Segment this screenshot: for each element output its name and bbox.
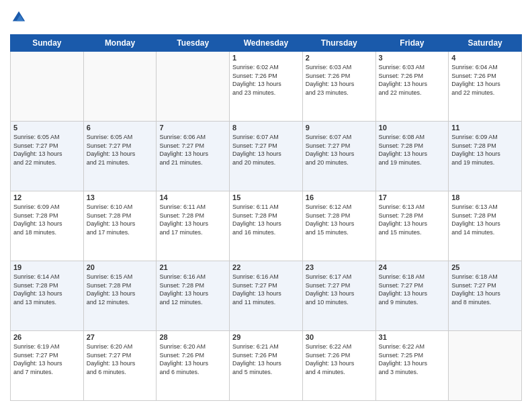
day-header-sunday: Sunday (11, 35, 84, 52)
day-info: Sunrise: 6:04 AM Sunset: 7:26 PM Dayligh… (451, 63, 519, 97)
day-number: 4 (451, 54, 519, 62)
calendar-day-cell: 27Sunrise: 6:20 AM Sunset: 7:27 PM Dayli… (83, 331, 157, 401)
day-header-wednesday: Wednesday (230, 35, 303, 52)
day-info: Sunrise: 6:22 AM Sunset: 7:26 PM Dayligh… (306, 342, 373, 376)
day-info: Sunrise: 6:05 AM Sunset: 7:27 PM Dayligh… (13, 133, 81, 167)
day-info: Sunrise: 6:09 AM Sunset: 7:28 PM Dayligh… (451, 133, 519, 167)
page-header (10, 10, 522, 28)
day-number: 21 (159, 263, 226, 271)
day-number: 22 (232, 263, 300, 271)
day-info: Sunrise: 6:10 AM Sunset: 7:28 PM Dayligh… (87, 203, 154, 236)
day-info: Sunrise: 6:05 AM Sunset: 7:27 PM Dayligh… (87, 133, 154, 167)
calendar-day-cell: 25Sunrise: 6:18 AM Sunset: 7:27 PM Dayli… (449, 261, 522, 331)
day-info: Sunrise: 6:19 AM Sunset: 7:27 PM Dayligh… (13, 342, 81, 376)
day-info: Sunrise: 6:18 AM Sunset: 7:27 PM Dayligh… (451, 273, 519, 306)
day-header-monday: Monday (83, 35, 157, 52)
calendar-week-row: 5Sunrise: 6:05 AM Sunset: 7:27 PM Daylig… (11, 122, 522, 191)
calendar-day-cell: 3Sunrise: 6:03 AM Sunset: 7:26 PM Daylig… (375, 52, 449, 122)
day-info: Sunrise: 6:14 AM Sunset: 7:28 PM Dayligh… (13, 273, 81, 306)
day-info: Sunrise: 6:08 AM Sunset: 7:28 PM Dayligh… (379, 133, 446, 167)
day-info: Sunrise: 6:13 AM Sunset: 7:28 PM Dayligh… (379, 203, 446, 236)
calendar-day-cell: 4Sunrise: 6:04 AM Sunset: 7:26 PM Daylig… (449, 52, 522, 122)
calendar-day-cell: 15Sunrise: 6:11 AM Sunset: 7:28 PM Dayli… (230, 191, 303, 261)
calendar-week-row: 19Sunrise: 6:14 AM Sunset: 7:28 PM Dayli… (11, 261, 522, 331)
day-number: 16 (306, 193, 373, 201)
calendar-day-cell: 29Sunrise: 6:21 AM Sunset: 7:26 PM Dayli… (230, 331, 303, 401)
day-info: Sunrise: 6:18 AM Sunset: 7:27 PM Dayligh… (379, 273, 446, 306)
calendar-day-cell: 11Sunrise: 6:09 AM Sunset: 7:28 PM Dayli… (449, 122, 522, 191)
day-info: Sunrise: 6:15 AM Sunset: 7:28 PM Dayligh… (87, 273, 154, 306)
calendar-day-cell (449, 331, 522, 401)
day-number: 3 (379, 54, 446, 62)
day-info: Sunrise: 6:03 AM Sunset: 7:26 PM Dayligh… (379, 63, 446, 97)
calendar-day-cell: 13Sunrise: 6:10 AM Sunset: 7:28 PM Dayli… (83, 191, 157, 261)
day-info: Sunrise: 6:03 AM Sunset: 7:26 PM Dayligh… (306, 63, 373, 97)
calendar-day-cell: 16Sunrise: 6:12 AM Sunset: 7:28 PM Dayli… (302, 191, 375, 261)
day-number: 31 (379, 333, 446, 341)
day-number: 24 (379, 263, 446, 271)
day-info: Sunrise: 6:11 AM Sunset: 7:28 PM Dayligh… (232, 203, 300, 236)
day-header-thursday: Thursday (302, 35, 375, 52)
day-info: Sunrise: 6:13 AM Sunset: 7:28 PM Dayligh… (451, 203, 519, 236)
day-number: 12 (13, 193, 81, 201)
calendar-day-cell: 23Sunrise: 6:17 AM Sunset: 7:27 PM Dayli… (302, 261, 375, 331)
day-info: Sunrise: 6:12 AM Sunset: 7:28 PM Dayligh… (306, 203, 373, 236)
day-info: Sunrise: 6:20 AM Sunset: 7:26 PM Dayligh… (159, 342, 226, 376)
day-number: 27 (87, 333, 154, 341)
calendar-day-cell: 2Sunrise: 6:03 AM Sunset: 7:26 PM Daylig… (302, 52, 375, 122)
calendar-day-cell (157, 52, 230, 122)
day-info: Sunrise: 6:21 AM Sunset: 7:26 PM Dayligh… (232, 342, 300, 376)
calendar-header-row: SundayMondayTuesdayWednesdayThursdayFrid… (11, 35, 522, 52)
day-info: Sunrise: 6:20 AM Sunset: 7:27 PM Dayligh… (87, 342, 154, 376)
calendar-day-cell: 17Sunrise: 6:13 AM Sunset: 7:28 PM Dayli… (375, 191, 449, 261)
day-number: 2 (306, 54, 373, 62)
day-info: Sunrise: 6:09 AM Sunset: 7:28 PM Dayligh… (13, 203, 81, 236)
calendar-day-cell: 22Sunrise: 6:16 AM Sunset: 7:27 PM Dayli… (230, 261, 303, 331)
calendar-week-row: 26Sunrise: 6:19 AM Sunset: 7:27 PM Dayli… (11, 331, 522, 401)
day-info: Sunrise: 6:06 AM Sunset: 7:27 PM Dayligh… (159, 133, 226, 167)
day-number: 10 (379, 124, 446, 132)
day-number: 25 (451, 263, 519, 271)
calendar-day-cell: 28Sunrise: 6:20 AM Sunset: 7:26 PM Dayli… (157, 331, 230, 401)
day-number: 11 (451, 124, 519, 132)
day-number: 13 (87, 193, 154, 201)
day-number: 14 (159, 193, 226, 201)
day-info: Sunrise: 6:16 AM Sunset: 7:28 PM Dayligh… (159, 273, 226, 306)
logo (10, 10, 26, 28)
calendar-day-cell: 30Sunrise: 6:22 AM Sunset: 7:26 PM Dayli… (302, 331, 375, 401)
calendar-day-cell: 9Sunrise: 6:07 AM Sunset: 7:27 PM Daylig… (302, 122, 375, 191)
calendar-day-cell: 8Sunrise: 6:07 AM Sunset: 7:27 PM Daylig… (230, 122, 303, 191)
day-number: 26 (13, 333, 81, 341)
calendar-day-cell: 10Sunrise: 6:08 AM Sunset: 7:28 PM Dayli… (375, 122, 449, 191)
day-info: Sunrise: 6:17 AM Sunset: 7:27 PM Dayligh… (306, 273, 373, 306)
day-number: 23 (306, 263, 373, 271)
day-info: Sunrise: 6:11 AM Sunset: 7:28 PM Dayligh… (159, 203, 226, 236)
calendar-table: SundayMondayTuesdayWednesdayThursdayFrid… (10, 34, 522, 401)
calendar-day-cell: 7Sunrise: 6:06 AM Sunset: 7:27 PM Daylig… (157, 122, 230, 191)
day-number: 6 (87, 124, 154, 132)
calendar-day-cell: 5Sunrise: 6:05 AM Sunset: 7:27 PM Daylig… (11, 122, 84, 191)
calendar-day-cell: 6Sunrise: 6:05 AM Sunset: 7:27 PM Daylig… (83, 122, 157, 191)
calendar-page: SundayMondayTuesdayWednesdayThursdayFrid… (0, 0, 532, 411)
day-info: Sunrise: 6:22 AM Sunset: 7:25 PM Dayligh… (379, 342, 446, 376)
calendar-day-cell: 21Sunrise: 6:16 AM Sunset: 7:28 PM Dayli… (157, 261, 230, 331)
day-info: Sunrise: 6:02 AM Sunset: 7:26 PM Dayligh… (232, 63, 300, 97)
day-info: Sunrise: 6:07 AM Sunset: 7:27 PM Dayligh… (306, 133, 373, 167)
calendar-day-cell: 12Sunrise: 6:09 AM Sunset: 7:28 PM Dayli… (11, 191, 84, 261)
calendar-week-row: 1Sunrise: 6:02 AM Sunset: 7:26 PM Daylig… (11, 52, 522, 122)
day-number: 8 (232, 124, 300, 132)
day-number: 7 (159, 124, 226, 132)
day-number: 29 (232, 333, 300, 341)
day-info: Sunrise: 6:07 AM Sunset: 7:27 PM Dayligh… (232, 133, 300, 167)
calendar-day-cell: 31Sunrise: 6:22 AM Sunset: 7:25 PM Dayli… (375, 331, 449, 401)
day-info: Sunrise: 6:16 AM Sunset: 7:27 PM Dayligh… (232, 273, 300, 306)
day-number: 18 (451, 193, 519, 201)
day-header-saturday: Saturday (449, 35, 522, 52)
calendar-day-cell: 19Sunrise: 6:14 AM Sunset: 7:28 PM Dayli… (11, 261, 84, 331)
calendar-day-cell: 24Sunrise: 6:18 AM Sunset: 7:27 PM Dayli… (375, 261, 449, 331)
day-number: 1 (232, 54, 300, 62)
day-number: 15 (232, 193, 300, 201)
day-number: 5 (13, 124, 81, 132)
day-number: 19 (13, 263, 81, 271)
calendar-day-cell: 26Sunrise: 6:19 AM Sunset: 7:27 PM Dayli… (11, 331, 84, 401)
